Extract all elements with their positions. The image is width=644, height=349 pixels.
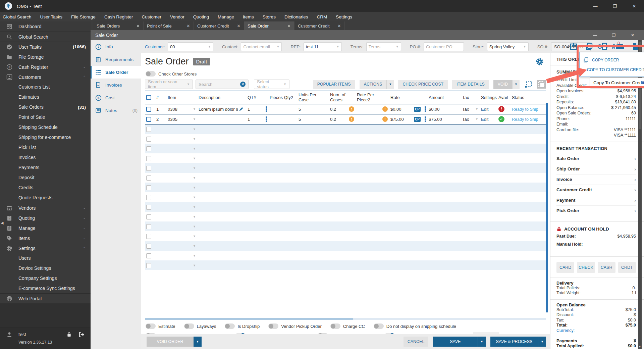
item-dropdown[interactable]: ▼ [168, 225, 196, 228]
minimize-icon[interactable]: — [586, 0, 605, 12]
tab-customer-credit[interactable]: Customer Credit✕ [194, 21, 244, 30]
restore-icon[interactable]: ❐ [605, 0, 625, 12]
nav-notes[interactable]: Notes (0) [91, 104, 141, 117]
qty-value[interactable]: 1 [248, 107, 250, 112]
close-icon[interactable]: ✕ [337, 23, 341, 29]
sidebar-item-customers-list[interactable]: Customers List [0, 82, 91, 92]
vendor-pickup-toggle[interactable]: Vendor Pickup Order [268, 323, 322, 329]
cancel-button[interactable]: CANCEL [404, 337, 428, 347]
logout-icon[interactable] [78, 332, 86, 338]
menu-item[interactable]: Cash Register [104, 14, 133, 19]
rep-dropdown[interactable]: test 11▼ [304, 42, 342, 51]
nav-info[interactable]: Info [91, 40, 141, 53]
row-menu-icon[interactable] [266, 116, 267, 122]
sidebar-item-payments[interactable]: Payments [0, 162, 91, 172]
void-button[interactable]: VOID [493, 80, 512, 89]
terms-dropdown[interactable]: Terms▼ [366, 42, 401, 51]
item-dropdown[interactable]: ▼ [168, 205, 196, 209]
item-dropdown[interactable]: ▼ [168, 128, 196, 131]
row-checkbox[interactable] [146, 195, 151, 200]
row-checkbox[interactable] [146, 127, 151, 132]
payment-type-button[interactable]: CARD [556, 262, 574, 273]
tax-dropdown[interactable]: Tax▼ [462, 107, 478, 112]
save-button[interactable]: SAVE [433, 337, 478, 347]
payment-type-button[interactable]: CASH [598, 262, 615, 273]
check-price-cost-button[interactable]: CHECK PRICE COST [398, 80, 448, 89]
row-checkbox[interactable] [146, 185, 151, 190]
sidebar-item-cash-register[interactable]: $ Cash Register ⌄ [0, 62, 91, 72]
search-input[interactable]: Search ✕ [196, 80, 249, 89]
sidebar-item-quote-requests[interactable]: Quote Requests [0, 193, 91, 203]
restore-icon[interactable]: ❐ [604, 30, 623, 40]
close-icon[interactable]: ✕ [136, 23, 140, 29]
sidebar-item-dashboard[interactable]: Dashboard [0, 21, 91, 32]
item-dropdown[interactable]: ▼ [168, 137, 196, 141]
item-dropdown[interactable]: ▼ [168, 147, 196, 150]
tab-sale-orders[interactable]: Sale Orders✕ [93, 21, 144, 30]
menu-item[interactable]: Dictionaries [284, 14, 308, 19]
tab-sale-order[interactable]: Sale Order✕ [244, 21, 294, 30]
contact-dropdown[interactable]: Contact email▼ [241, 42, 282, 51]
sidebar-item-user-tasks[interactable]: User Tasks (1066) [0, 42, 91, 52]
row-checkbox[interactable] [146, 166, 151, 171]
select-region-icon[interactable] [524, 80, 533, 89]
sidebar-item-global-search[interactable]: Global Search [0, 32, 91, 42]
void-caret[interactable]: ▼ [512, 80, 520, 89]
recent-transaction-item[interactable]: Payment › [556, 195, 636, 206]
item-dropdown[interactable]: ▼ [168, 254, 196, 257]
toggle-off[interactable] [146, 71, 156, 77]
row-checkbox[interactable] [146, 253, 151, 258]
row-checkbox[interactable] [146, 107, 151, 112]
select-all-icon[interactable] [537, 80, 546, 89]
import-icon[interactable] [570, 42, 578, 50]
check-other-stores-toggle[interactable]: Check Other Stores [146, 71, 197, 77]
sidebar-item-invoices[interactable]: Invoices [0, 152, 91, 162]
sidebar-item-shipping-ecommerce[interactable]: Shipping for e-commerce [0, 132, 91, 142]
menu-item[interactable]: Manage [218, 14, 234, 19]
tab-point-of-sale[interactable]: Point of Sale✕ [144, 21, 194, 30]
sidebar-item-manage[interactable]: Manage ⌄ [0, 223, 91, 233]
sidebar-item-deposit[interactable]: Deposit [0, 172, 91, 183]
actions-caret[interactable]: ▼ [386, 80, 394, 89]
menu-item[interactable]: Global Search [3, 14, 32, 19]
settings-gear-icon[interactable] [536, 58, 544, 66]
close-icon[interactable]: ✕ [625, 0, 644, 12]
email-icon[interactable] [616, 42, 625, 50]
customer-label[interactable]: Customer: [145, 44, 165, 49]
sidebar-item-items[interactable]: Items ⌄ [0, 233, 91, 243]
tab-customer-credit-2[interactable]: Customer Credit✕ [294, 21, 345, 30]
sidebar-item-ecommerce-sync-settings[interactable]: E-commerce Sync Settings [0, 283, 91, 293]
item-dropdown[interactable]: ▼ [168, 196, 196, 199]
item-dropdown[interactable]: ▼ [168, 244, 196, 248]
cp-badge[interactable]: CP [414, 107, 421, 112]
close-icon[interactable]: ✕ [623, 30, 642, 40]
charge-cc-toggle[interactable]: Charge CC [330, 323, 365, 329]
sidebar-item-file-storage[interactable]: File Storage [0, 52, 91, 62]
row-checkbox[interactable] [146, 156, 151, 161]
item-dropdown[interactable]: 0305▼ [168, 117, 196, 122]
item-dropdown[interactable]: ▼ [168, 215, 196, 218]
qty-value[interactable]: 1 [248, 117, 250, 122]
minimize-icon[interactable]: — [586, 30, 604, 40]
copy-to-customer-credit-menu-item[interactable]: COPY TO CUSTOMER CREDIT [583, 65, 644, 74]
row-checkbox[interactable] [146, 244, 151, 249]
save-caret[interactable]: ▼ [478, 337, 486, 347]
actions-button[interactable]: ACTIONS [360, 80, 387, 89]
recent-transaction-item[interactable]: Customer Credit › [556, 185, 636, 195]
nav-requirements[interactable]: Requirements [91, 53, 141, 66]
sidebar-item-quoting[interactable]: ? Quoting ⌄ [0, 213, 91, 223]
recent-transaction-item[interactable]: Invoice › [556, 174, 636, 185]
row-checkbox[interactable] [146, 214, 151, 219]
row-checkbox[interactable] [146, 137, 151, 142]
search-item-dropdown[interactable]: Search or scan item▼ [145, 80, 193, 89]
sidebar-item-users[interactable]: Users [0, 253, 91, 263]
item-dropdown[interactable]: ▼ [168, 186, 196, 189]
row-checkbox[interactable] [146, 176, 151, 181]
item-dropdown[interactable]: ▼ [168, 166, 196, 170]
row-status-link[interactable]: Ready to Ship [512, 107, 538, 112]
sidebar-item-point-of-sale[interactable]: Point of Sale [0, 112, 91, 122]
item-dropdown[interactable]: ▼ [168, 264, 196, 267]
sidebar-item-pick-list[interactable]: Pick List [0, 142, 91, 152]
row-checkbox[interactable] [146, 234, 151, 239]
save-and-process-caret[interactable]: ▼ [538, 337, 546, 347]
